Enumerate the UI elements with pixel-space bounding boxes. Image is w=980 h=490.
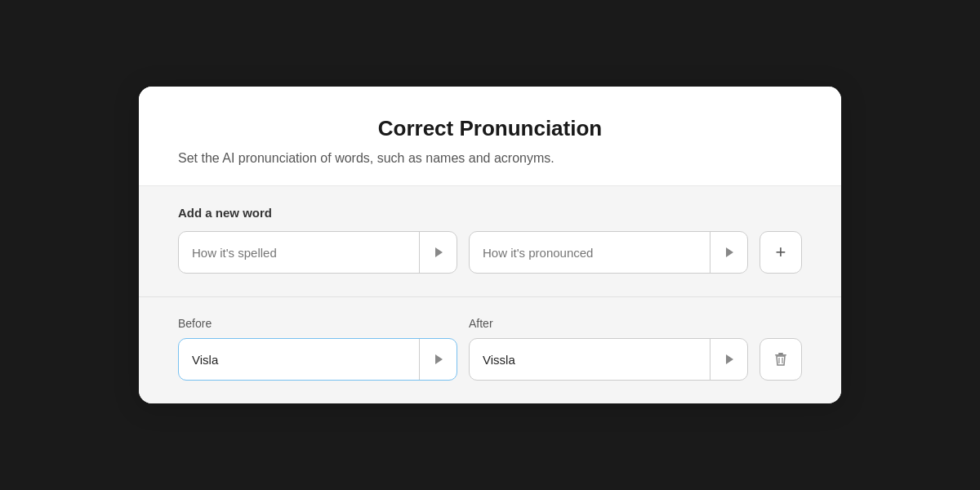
spelled-input-group <box>178 231 457 274</box>
svg-marker-1 <box>726 247 733 257</box>
card-body: Add a new word <box>139 186 841 403</box>
after-input[interactable] <box>470 339 710 380</box>
add-word-label: Add a new word <box>178 206 802 220</box>
after-column-label: After <box>469 317 748 330</box>
add-icon: + <box>776 242 786 263</box>
after-play-button[interactable] <box>710 339 747 380</box>
play-icon <box>432 246 445 259</box>
pronounced-input-group <box>469 231 748 274</box>
after-input-group <box>469 338 748 381</box>
before-column-label: Before <box>178 317 457 330</box>
play-icon <box>723 246 736 259</box>
before-input[interactable] <box>179 339 419 380</box>
svg-marker-3 <box>726 354 733 364</box>
svg-marker-2 <box>435 354 443 364</box>
trash-icon <box>773 351 789 368</box>
existing-words-section: Before After <box>139 297 841 403</box>
pronounced-input[interactable] <box>470 232 710 273</box>
delete-word-button[interactable] <box>760 338 802 381</box>
add-word-row: + <box>178 231 802 274</box>
svg-rect-4 <box>778 353 783 354</box>
card-title: Correct Pronunciation <box>178 116 802 141</box>
pronounced-play-button[interactable] <box>710 232 747 273</box>
spelled-input[interactable] <box>179 232 419 273</box>
label-spacer <box>760 317 802 330</box>
spelled-play-button[interactable] <box>419 232 457 273</box>
card-header: Correct Pronunciation Set the AI pronunc… <box>139 87 841 186</box>
main-card: Correct Pronunciation Set the AI pronunc… <box>139 87 841 403</box>
before-input-group <box>178 338 457 381</box>
existing-word-row <box>178 338 802 381</box>
card-subtitle: Set the AI pronunciation of words, such … <box>178 151 802 166</box>
svg-marker-0 <box>435 247 443 257</box>
add-word-button[interactable]: + <box>760 231 802 274</box>
add-word-section: Add a new word <box>139 186 841 297</box>
before-play-button[interactable] <box>419 339 457 380</box>
play-icon <box>723 353 736 366</box>
column-labels: Before After <box>178 317 802 330</box>
play-icon <box>432 353 445 366</box>
